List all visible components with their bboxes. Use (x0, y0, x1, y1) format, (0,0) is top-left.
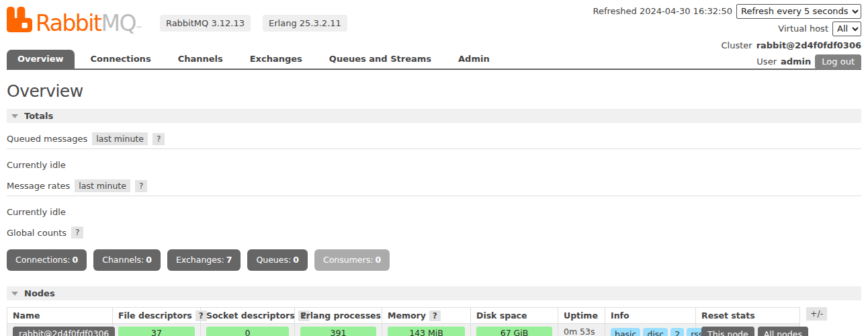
erlang-version-badge: Erlang 25.3.2.11 (263, 15, 347, 32)
nodes-header-row: Name File descriptors? Socket descriptor… (7, 308, 800, 324)
node-name-badge[interactable]: rabbit@2d4f0fdf0306 (13, 327, 115, 336)
header-status-panel: Refreshed 2024-04-30 16:32:50 Refresh ev… (593, 3, 861, 71)
queues-count-button[interactable]: Queues:0 (247, 249, 308, 271)
nodes-section-header[interactable]: Nodes (7, 286, 861, 300)
memory-bar: 143 MiB (388, 327, 465, 336)
totals-section-header[interactable]: Totals (7, 109, 861, 123)
message-rates-idle-text: Currently idle (7, 207, 861, 217)
info-badge-plugin-count: 2 (670, 328, 684, 336)
refreshed-timestamp: Refreshed 2024-04-30 16:32:50 (593, 6, 732, 16)
queued-messages-label: Queued messages (7, 134, 87, 144)
nodes-heading: Nodes (24, 288, 55, 298)
nodes-table: Name File descriptors? Socket descriptor… (7, 307, 800, 336)
col-disk-space: Disk space (471, 308, 558, 324)
disk-space-bar: 67 GiB (476, 327, 552, 336)
user-line: User admin Log out (593, 54, 861, 69)
exchanges-count-button[interactable]: Exchanges:7 (167, 249, 241, 271)
info-cell: basic disc 2 rss (605, 324, 696, 336)
message-rates-label: Message rates (7, 181, 70, 191)
queued-messages-line: Queued messages last minute ? (7, 132, 861, 145)
tab-exchanges[interactable]: Exchanges (239, 50, 313, 69)
info-badge-disc: disc (643, 328, 668, 336)
col-socket-descriptors: Socket descriptors? (201, 308, 295, 324)
connections-count-button[interactable]: Connections:0 (7, 249, 87, 271)
global-counts-line: Global counts ? (7, 226, 861, 239)
node-row: rabbit@2d4f0fdf0306 37 1073741816 availa… (7, 324, 800, 336)
logo-wordmark: RabbitMQ™ (36, 13, 142, 34)
rabbitmq-logo[interactable]: RabbitMQ™ (7, 5, 142, 34)
virtual-host-label: Virtual host (778, 24, 828, 34)
col-name: Name (7, 308, 113, 324)
message-rates-range-badge[interactable]: last minute (75, 179, 130, 192)
info-badge-basic: basic (611, 328, 640, 336)
consumers-count-button[interactable]: Consumers:0 (314, 249, 390, 271)
uptime-cell: 0m 53s (558, 324, 605, 336)
collapse-triangle-icon (11, 114, 18, 118)
node-name-cell: rabbit@2d4f0fdf0306 (7, 324, 113, 336)
socket-descriptors-cell: 0 966367545 available (201, 324, 295, 336)
reset-this-node-button[interactable]: This node (701, 327, 754, 336)
memory-cell: 143 MiB 6.0 GiB high watermark (382, 324, 471, 336)
global-counts-label: Global counts (7, 228, 67, 238)
collapse-triangle-icon (11, 292, 18, 296)
refresh-line: Refreshed 2024-04-30 16:32:50 Refresh ev… (593, 3, 861, 19)
logout-button[interactable]: Log out (815, 54, 861, 69)
col-file-descriptors: File descriptors? (113, 308, 201, 324)
memory-help-icon[interactable]: ? (429, 310, 441, 321)
cluster-label: Cluster (721, 40, 752, 50)
virtual-host-select[interactable]: All (832, 22, 861, 36)
overview-page: Overview Totals Queued messages last min… (0, 81, 868, 336)
disk-space-cell: 67 GiB 48 MiB low watermark (471, 324, 558, 336)
tab-queues-and-streams[interactable]: Queues and Streams (318, 50, 442, 69)
logo-mq-text: MQ (101, 10, 135, 36)
user-name: admin (781, 56, 811, 67)
file-descriptors-help-icon[interactable]: ? (196, 310, 207, 321)
socket-descriptors-bar: 0 (206, 327, 289, 336)
message-rates-help-icon[interactable]: ? (135, 180, 147, 192)
divider (7, 149, 861, 149)
tab-connections[interactable]: Connections (80, 50, 162, 69)
col-uptime: Uptime (558, 308, 605, 324)
totals-heading: Totals (24, 111, 53, 121)
message-rates-line: Message rates last minute ? (7, 179, 861, 192)
tab-overview[interactable]: Overview (7, 50, 75, 69)
tab-admin[interactable]: Admin (447, 50, 501, 69)
queued-messages-help-icon[interactable]: ? (153, 133, 165, 145)
reset-stats-cell: This node All nodes (696, 324, 800, 336)
divider (7, 196, 861, 196)
col-memory: Memory? (382, 308, 471, 324)
rabbitmq-version-badge: RabbitMQ 3.12.13 (160, 15, 251, 32)
file-descriptors-cell: 37 1073741816 available (113, 324, 201, 336)
columns-toggle-button[interactable]: +/- (806, 307, 827, 321)
erlang-processes-bar: 391 (300, 327, 376, 336)
global-counts-buttons: Connections:0 Channels:0 Exchanges:7 Que… (7, 249, 861, 271)
channels-count-button[interactable]: Channels:0 (93, 249, 161, 271)
queued-messages-idle-text: Currently idle (7, 160, 861, 170)
user-label: User (756, 56, 777, 67)
rabbitmq-rabbit-icon (7, 5, 32, 34)
logo-rabbit-text: Rabbit (36, 10, 101, 36)
virtual-host-line: Virtual host All (593, 21, 861, 36)
erlang-processes-cell: 391 1048576 available (295, 324, 382, 336)
nodes-table-wrap: Name File descriptors? Socket descriptor… (7, 307, 861, 336)
col-info: Info (605, 308, 696, 324)
queued-messages-range-badge[interactable]: last minute (92, 132, 148, 145)
page-title: Overview (7, 81, 861, 101)
logo-tm-mark: ™ (136, 25, 142, 32)
refresh-interval-select[interactable]: Refresh every 5 seconds (736, 4, 861, 19)
file-descriptors-bar: 37 (118, 327, 195, 336)
reset-all-nodes-button[interactable]: All nodes (758, 327, 808, 336)
cluster-name: rabbit@2d4f0fdf0306 (756, 40, 861, 50)
global-counts-help-icon[interactable]: ? (71, 226, 83, 239)
tab-channels[interactable]: Channels (167, 50, 234, 69)
cluster-line: Cluster rabbit@2d4f0fdf0306 (593, 38, 861, 52)
col-reset-stats: Reset stats (696, 308, 800, 324)
header: RabbitMQ™ RabbitMQ 3.12.13 Erlang 25.3.2… (0, 0, 868, 51)
